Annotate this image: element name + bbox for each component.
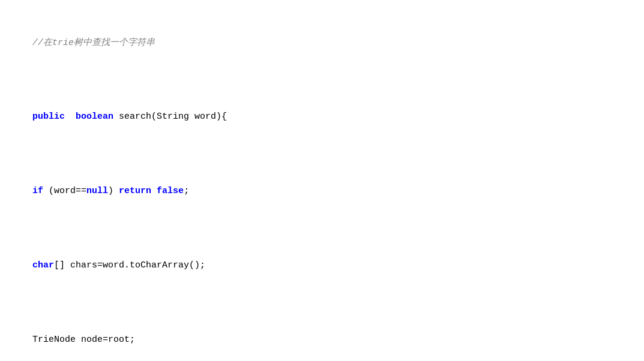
- method-signature: public boolean search(String word){: [0, 97, 227, 137]
- code-line-5: TrieNode node=root;: [0, 303, 644, 361]
- code-line-3: if (word==null) return false;: [0, 155, 644, 229]
- code-line-1: //在trie树中查找一个字符串: [0, 6, 644, 80]
- null-check: if (word==null) return false;: [0, 171, 189, 211]
- code-container: //在trie树中查找一个字符串 public boolean search(S…: [0, 0, 644, 361]
- char-array: char[] chars=word.toCharArray();: [0, 245, 205, 285]
- comment-header: //在trie树中查找一个字符串: [0, 23, 155, 63]
- trie-node: TrieNode node=root;: [0, 320, 135, 360]
- code-line-2: public boolean search(String word){: [0, 80, 644, 155]
- code-line-4: char[] chars=word.toCharArray();: [0, 228, 644, 303]
